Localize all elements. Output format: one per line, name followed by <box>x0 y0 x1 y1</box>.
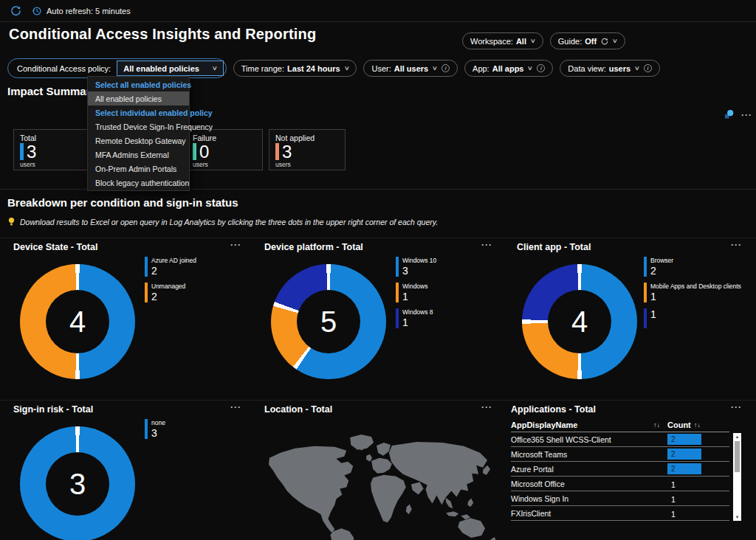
table-row: Microsoft Teams 2 <box>511 447 729 462</box>
chevron-down-icon: ∨ <box>432 65 438 72</box>
scroll-up-icon[interactable]: ▲ <box>735 434 740 440</box>
workspace-pill[interactable]: Workspace: All ∨ <box>462 32 543 49</box>
impact-summary-title: Impact Summary <box>7 85 97 97</box>
count-bar: 2 <box>667 449 701 460</box>
client-app-more-icon[interactable]: ··· <box>731 242 742 248</box>
applications-title: Applications - Total <box>511 404 596 415</box>
col-count[interactable]: Count <box>667 420 691 429</box>
count-value: 1 <box>667 510 676 519</box>
client-app-legend: Browser2 Mobile Apps and Desktop clients… <box>644 257 741 328</box>
grid-divider <box>0 238 756 238</box>
legend-item: Mobile Apps and Desktop clients1 <box>644 283 741 302</box>
chevron-down-icon: ∨ <box>527 65 533 72</box>
dropdown-item[interactable]: On-Prem Admin Portals <box>88 162 189 176</box>
dropdown-item[interactable]: Block legacy authentication <box>88 176 189 190</box>
conditional-access-dashboard: Auto refresh: 5 minutes Conditional Acce… <box>0 0 756 540</box>
table-row: Microsoft Office 1 <box>511 477 729 491</box>
scrollbar-thumb[interactable] <box>735 441 740 472</box>
metric-bar <box>275 143 279 160</box>
refresh-icon[interactable] <box>10 5 21 16</box>
dropdown-item[interactable]: Select individual enabled policy <box>88 105 189 120</box>
legend-item: none3 <box>145 419 165 439</box>
chevron-down-icon: ∨ <box>343 65 349 72</box>
dropdown-item[interactable]: MFA Admins External <box>88 148 189 162</box>
donut-total: 3 <box>69 468 86 501</box>
device-state-donut: 4 <box>20 264 135 379</box>
legend-item: 1 <box>644 308 741 328</box>
client-app-donut: 4 <box>522 264 637 379</box>
chevron-down-icon: ∨ <box>612 38 618 44</box>
device-state-legend: Azure AD joined2 Unmanaged2 <box>145 257 196 302</box>
policy-filter-label: Conditional Access policy: <box>17 64 111 73</box>
pin-icon[interactable] <box>724 109 735 120</box>
guide-refresh-icon <box>601 38 608 45</box>
info-icon[interactable]: i <box>644 64 652 72</box>
dropdown-item[interactable]: All enabled policies <box>88 91 189 105</box>
count-value: 1 <box>667 495 676 504</box>
legend-item: Browser2 <box>644 257 741 277</box>
total-card: Total 3 users <box>13 129 99 170</box>
signin-risk-legend: none3 <box>145 419 165 439</box>
chevron-down-icon: ∨ <box>212 65 218 72</box>
count-bar: 2 <box>667 463 701 474</box>
data-view-filter[interactable]: Data view: users ∨ i <box>560 60 660 77</box>
count-bar: 2 <box>667 434 701 445</box>
lightbulb-icon <box>7 217 16 226</box>
breakdown-tip: Download results to Excel or open query … <box>7 217 438 226</box>
legend-item: Windows 81 <box>396 308 436 328</box>
chevron-down-icon: ∨ <box>634 65 640 72</box>
count-value: 1 <box>667 480 676 489</box>
signin-risk-more-icon[interactable]: ··· <box>230 404 241 410</box>
failure-card: Failure 0 users <box>186 129 263 170</box>
auto-refresh-label: Auto refresh: 5 minutes <box>47 7 131 15</box>
legend-item: Azure AD joined2 <box>145 257 196 277</box>
dropdown-item[interactable]: Trusted Device Sign-In Frequency <box>88 120 189 134</box>
metric-bar <box>193 143 196 160</box>
breakdown-title: Breakdown per condition and sign-in stat… <box>7 196 238 209</box>
page-title: Conditional Access Insights and Reportin… <box>9 26 316 43</box>
table-row: FXIrisClient 1 <box>511 506 729 521</box>
not-applied-card: Not applied 3 users <box>269 129 346 170</box>
donut-total: 4 <box>571 305 588 339</box>
table-row: Office365 Shell WCSS-Client 2 <box>511 432 729 447</box>
impact-summary-more-icon[interactable]: ··· <box>741 112 752 118</box>
policy-select[interactable]: All enabled policies ∨ <box>117 60 224 76</box>
col-appdisplayname[interactable]: AppDisplayName <box>511 420 577 429</box>
legend-item: Windows1 <box>396 283 436 302</box>
chevron-down-icon: ∨ <box>530 38 536 44</box>
applications-more-icon[interactable]: ··· <box>731 404 742 410</box>
auto-refresh-bar: Auto refresh: 5 minutes <box>0 0 756 22</box>
metric-bar <box>20 143 24 160</box>
location-more-icon[interactable]: ··· <box>481 404 492 410</box>
table-scrollbar[interactable]: ▲ ▼ <box>733 433 741 521</box>
donut-total: 5 <box>320 305 337 339</box>
legend-item: Windows 103 <box>396 257 436 277</box>
time-range-filter[interactable]: Time range: Last 24 hours ∨ <box>233 60 357 77</box>
device-state-title: Device State - Total <box>13 242 97 252</box>
info-icon[interactable]: i <box>441 64 450 72</box>
device-state-more-icon[interactable]: ··· <box>230 242 241 248</box>
table-header: AppDisplayName ↑↓ Count ↑↓ <box>511 418 729 432</box>
location-title: Location - Total <box>264 404 332 415</box>
app-filter[interactable]: App: All apps ∨ i <box>464 60 553 77</box>
policy-dropdown-menu: Select all enabled policies All enabled … <box>87 76 190 191</box>
device-platform-title: Device platform - Total <box>264 242 363 252</box>
info-icon[interactable]: i <box>537 64 545 72</box>
guide-pill[interactable]: Guide: Off ∨ <box>550 32 625 49</box>
signin-risk-title: Sign-in risk - Total <box>13 404 93 415</box>
device-platform-legend: Windows 103 Windows1 Windows 81 <box>396 257 436 328</box>
user-filter[interactable]: User: All users ∨ i <box>363 60 458 77</box>
legend-item: Unmanaged2 <box>145 283 196 302</box>
sort-icon[interactable]: ↑↓ <box>653 421 660 429</box>
device-platform-more-icon[interactable]: ··· <box>481 242 492 248</box>
signin-risk-donut: 3 <box>20 426 135 540</box>
sort-icon[interactable]: ↑↓ <box>694 421 701 429</box>
grid-divider <box>0 400 756 401</box>
donut-total: 4 <box>69 305 86 339</box>
scroll-down-icon[interactable]: ▼ <box>735 514 740 520</box>
auto-refresh-history-icon[interactable] <box>32 6 42 16</box>
policy-filter: Conditional Access policy: All enabled p… <box>7 58 227 78</box>
dropdown-item[interactable]: Remote Desktop Gateway <box>88 134 189 148</box>
world-map <box>263 429 498 540</box>
dropdown-item[interactable]: Select all enabled policies <box>88 77 189 91</box>
